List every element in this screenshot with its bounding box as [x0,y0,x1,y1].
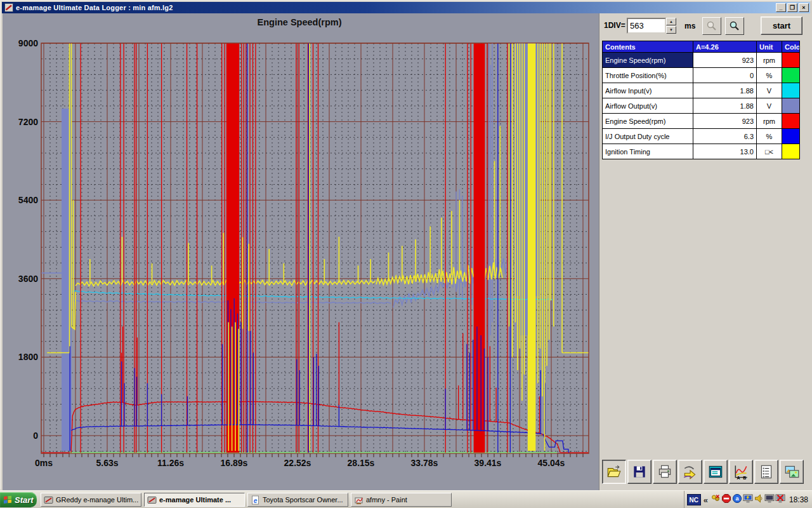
channel-color-swatch[interactable] [782,53,800,68]
channel-unit: V [757,98,782,114]
svg-text:16.89s: 16.89s [221,458,248,468]
app-icon [4,3,13,12]
channel-name[interactable]: Airflow Input(v) [603,83,693,98]
channel-name[interactable]: I/J Output Duty cycle [603,129,693,144]
channel-value: 1.88 [693,98,757,114]
globe-icon[interactable]: a [732,493,742,504]
taskbar-task-3[interactable]: eToyota Sportscar Owner... [247,493,348,507]
zoom-out-button[interactable] [702,17,721,35]
task-label: afmny - Paint [366,496,407,504]
graph-ab-icon: AB [733,464,749,480]
restore-button[interactable]: ❐ [787,3,797,12]
start-button-label: Start [15,495,34,505]
svg-text:5.63s: 5.63s [96,458,118,468]
channel-row[interactable]: Engine Speed(rpm)923rpm [603,53,800,68]
svg-text:Engine Speed(rpm): Engine Speed(rpm) [258,17,342,27]
start-logging-button[interactable]: start [761,17,802,35]
taskbar-task-4[interactable]: afmny - Paint [351,493,452,507]
channel-row[interactable]: Engine Speed(rpm)923rpm [603,114,800,129]
taskbar-clock: 18:38 [789,495,808,504]
users-alert-icon[interactable] [710,493,721,504]
div-label: 1DIV= [604,21,625,30]
table-header-contents: Contents [603,41,693,53]
taskbar-task-2[interactable]: e-mamage Ultimate ... [144,493,245,507]
svg-text:0: 0 [33,431,38,441]
close-button[interactable]: × [799,3,809,12]
channel-color-swatch[interactable] [782,98,800,114]
channel-row[interactable]: Throttle Position(%)0% [603,68,800,83]
graph-ab-button[interactable]: AB [729,460,753,484]
export-button[interactable] [678,460,702,484]
channel-value: 1.88 [693,83,757,98]
svg-text:e: e [254,497,258,504]
windows-flag-icon [3,495,13,505]
channel-value: 6.3 [693,129,757,144]
spinner-up-button[interactable]: ▲ [666,18,676,25]
channel-name[interactable]: Engine Speed(rpm) [603,53,693,68]
div-interval-input[interactable] [627,18,666,34]
svg-text:5400: 5400 [18,195,38,205]
table-header-unit: Unit [757,41,782,53]
ms-unit-label: ms [684,22,695,30]
export-icon [682,464,698,480]
tray-chevron[interactable]: « [704,495,708,505]
channel-color-swatch[interactable] [782,114,800,129]
window-button[interactable] [704,460,728,484]
window-content: Engine Speed(rpm)9000720054003600180000m… [3,13,812,490]
channel-name[interactable]: Ignition Timing [603,144,693,159]
svg-text:33.78s: 33.78s [411,458,438,468]
list-button[interactable] [754,460,778,484]
stop-sign-icon[interactable] [721,493,731,504]
svg-text:45.04s: 45.04s [538,458,565,468]
title-bar[interactable]: e-mamage Ultimate Data Logger : min afm.… [2,2,810,13]
channel-color-swatch[interactable] [782,83,800,98]
channel-row[interactable]: Ignition Timing13.0□< [603,144,800,159]
print-icon [657,464,673,480]
spinner-down-button[interactable]: ▼ [666,26,676,34]
data-logger-chart: Engine Speed(rpm)9000720054003600180000m… [3,13,599,490]
magnifier-icon [729,20,740,32]
start-menu-button[interactable]: Start [0,492,37,507]
svg-text:22.52s: 22.52s [284,458,311,468]
channel-color-swatch[interactable] [782,68,800,83]
display-icon[interactable] [764,493,775,504]
paint-icon [354,495,363,505]
channel-color-swatch[interactable] [782,129,800,144]
save-icon [631,464,648,480]
table-header-a-4-26: A=4.26 [693,41,757,53]
channel-color-swatch[interactable] [782,144,800,159]
channel-row[interactable]: Airflow Output(v)1.88V [603,98,800,114]
channel-row[interactable]: Airflow Input(v)1.88V [603,83,800,98]
minimize-button[interactable]: _ [776,3,786,12]
svg-text:39.41s: 39.41s [475,458,502,468]
right-panel: 1DIV= ▲ ▼ ms start [599,13,812,490]
channel-value: 923 [693,53,757,68]
ie-icon: e [251,495,260,505]
svg-text:7200: 7200 [18,117,38,127]
network-error-icon[interactable] [775,493,785,504]
monitor-flash-icon[interactable] [743,493,753,504]
speaker-icon[interactable] [754,493,764,504]
channel-name[interactable]: Throttle Position(%) [603,68,693,83]
images-button[interactable] [780,460,804,484]
nc-tray-badge[interactable]: NC [687,494,701,505]
channel-value: 13.0 [693,144,757,159]
window-title: e-mamage Ultimate Data Logger : min afm.… [16,4,775,11]
svg-text:28.15s: 28.15s [348,458,375,468]
channels-table: ContentsA=4.26UnitColor Engine Speed(rpm… [602,41,800,159]
app-window: e-mamage Ultimate Data Logger : min afm.… [0,0,812,490]
taskbar-task-1[interactable]: GReddy e-manage Ultim... [41,493,141,507]
open-button[interactable] [602,460,626,484]
emanage-icon [147,495,157,505]
channel-row[interactable]: I/J Output Duty cycle6.3% [603,129,800,144]
print-button[interactable] [653,460,677,484]
channel-value: 0 [693,68,757,83]
taskbar: Start GReddy e-manage Ultim...e-mamage U… [0,490,812,508]
zoom-in-button[interactable] [725,17,744,35]
channel-name[interactable]: Engine Speed(rpm) [603,114,693,129]
channel-name[interactable]: Airflow Output(v) [603,98,693,114]
chart-region: Engine Speed(rpm)9000720054003600180000m… [3,13,599,490]
save-button[interactable] [627,460,652,484]
table-header-color: Color [782,41,800,53]
emanage-icon [44,495,53,505]
